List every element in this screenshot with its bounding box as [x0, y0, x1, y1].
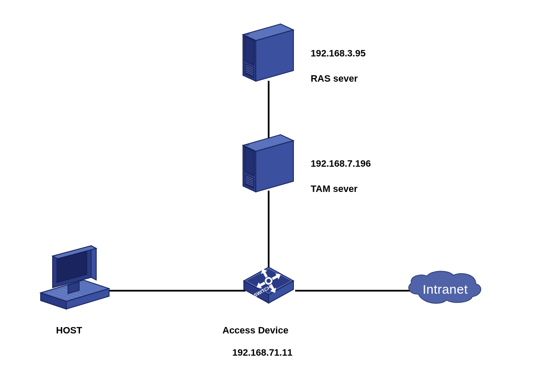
tam-server-ip: 192.168.7.196: [311, 158, 371, 169]
tam-server-name: TAM sever: [311, 183, 358, 194]
access-device-ip: 192.168.71.11: [232, 347, 293, 358]
tam-server-label: 192.168.7.196 TAM sever: [305, 144, 371, 195]
ras-server-ip: 192.168.3.95: [311, 48, 365, 59]
ras-server-name: RAS sever: [311, 73, 358, 84]
tam-server-icon: [243, 135, 293, 192]
ras-server-icon: [243, 24, 293, 81]
ras-server-label: 192.168.3.95 RAS sever: [305, 34, 366, 85]
access-device-name: Access Device: [222, 325, 288, 336]
host-label: HOST: [56, 325, 82, 336]
switch-icon: [244, 267, 293, 303]
intranet-label: Intranet: [423, 282, 468, 297]
network-diagram: SWITCH 192.168.3.95 RAS sever 192.168.7.…: [0, 0, 533, 392]
host-icon: [41, 246, 109, 309]
